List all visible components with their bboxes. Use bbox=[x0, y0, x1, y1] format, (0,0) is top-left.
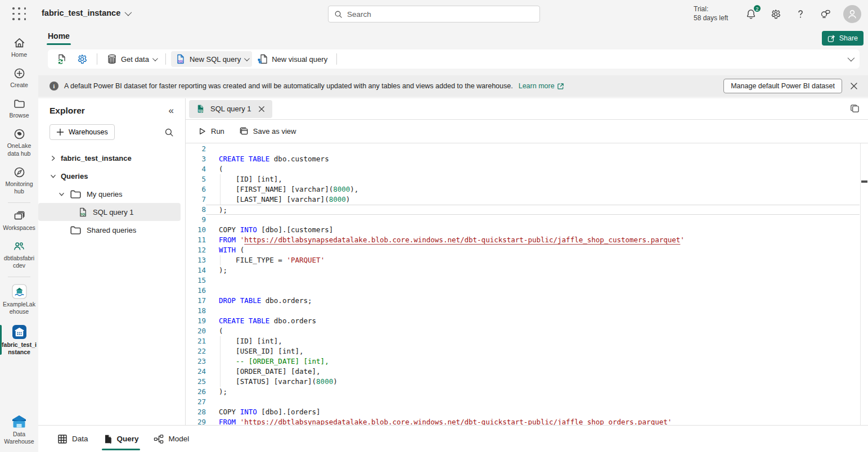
line-content bbox=[206, 144, 860, 154]
editor-overview-ruler[interactable] bbox=[860, 143, 868, 425]
line-number: 18 bbox=[186, 306, 206, 316]
plus-icon bbox=[56, 128, 64, 136]
chevron-down-icon[interactable] bbox=[58, 191, 65, 197]
svg-text:SQL: SQL bbox=[178, 60, 183, 63]
play-icon bbox=[198, 127, 206, 135]
search-placeholder: Search bbox=[347, 10, 371, 19]
line-number: 19 bbox=[186, 316, 206, 326]
learn-more-link[interactable]: Learn more bbox=[519, 82, 564, 90]
view-tab-label: Data bbox=[72, 435, 88, 443]
new-visual-query-button[interactable]: New visual query bbox=[253, 51, 331, 67]
rail-item-item-examplelakehouse[interactable]: ExampleLakehouse bbox=[0, 280, 38, 320]
rail-item-home[interactable]: Home bbox=[0, 33, 38, 63]
explorer-search-icon[interactable] bbox=[164, 128, 174, 137]
manage-dataset-button[interactable]: Manage default Power BI dataset bbox=[723, 79, 842, 93]
collapse-explorer-icon[interactable]: « bbox=[169, 105, 174, 116]
tree-item-queries[interactable]: Queries bbox=[38, 167, 181, 185]
line-content: [STATUS] [varchar](8000) bbox=[206, 377, 860, 387]
code-line-23: 23 -- [ORDER_DATE] [int], bbox=[186, 356, 860, 367]
view-tab-label: Model bbox=[169, 435, 190, 443]
rail-item-workspaces[interactable]: Workspaces bbox=[0, 206, 38, 236]
stack-icon bbox=[13, 210, 26, 223]
run-button[interactable]: Run bbox=[198, 127, 224, 135]
notifications-button[interactable]: 2 bbox=[744, 7, 758, 21]
onelake-icon bbox=[13, 128, 26, 141]
settings-button[interactable] bbox=[769, 7, 782, 21]
line-number: 15 bbox=[186, 275, 206, 286]
save-as-view-button[interactable]: Save as view bbox=[239, 126, 296, 136]
line-number: 25 bbox=[186, 377, 206, 387]
feedback-button[interactable] bbox=[818, 7, 832, 21]
view-tab-query[interactable]: Query bbox=[98, 426, 143, 452]
line-content: [FIRST_NAME] [varchar](8000), bbox=[206, 184, 860, 195]
chevron-down-icon bbox=[125, 8, 132, 16]
line-content bbox=[206, 286, 860, 296]
line-content: ); bbox=[206, 265, 860, 275]
tree-item-shared-queries[interactable]: Shared queries bbox=[38, 221, 181, 239]
svg-text:SQL: SQL bbox=[80, 213, 86, 216]
tree-item-my-queries[interactable]: My queries bbox=[38, 185, 181, 203]
code-line-5: 5 [ID] [int], bbox=[186, 174, 860, 184]
svg-text:SQL: SQL bbox=[199, 110, 204, 112]
line-number: 2 bbox=[186, 144, 206, 154]
chevron-down-icon[interactable] bbox=[50, 173, 56, 179]
new-report-button[interactable] bbox=[52, 51, 71, 67]
search-input[interactable]: Search bbox=[328, 6, 540, 22]
notification-badge: 2 bbox=[753, 4, 762, 13]
line-number: 28 bbox=[186, 407, 206, 417]
account-avatar[interactable] bbox=[843, 5, 861, 23]
line-content: COPY INTO [dbo].[customers] bbox=[206, 225, 860, 235]
close-tab-icon[interactable] bbox=[257, 104, 267, 114]
help-button[interactable] bbox=[794, 7, 807, 21]
line-content bbox=[206, 275, 860, 286]
rail-item-item-fabric-test-instance[interactable]: fabric_test_instance bbox=[0, 320, 38, 360]
collapse-ribbon-icon[interactable] bbox=[848, 55, 855, 62]
sql-file-icon: SQL bbox=[78, 207, 88, 218]
share-button[interactable]: Share bbox=[822, 31, 863, 46]
code-line-25: 25 [STATUS] [varchar](8000) bbox=[186, 377, 860, 387]
code-line-8: 8); bbox=[186, 205, 860, 215]
code-line-19: 19CREATE TABLE dbo.orders bbox=[186, 316, 860, 326]
code-line-13: 13 FILE_TYPE = 'PARQUET' bbox=[186, 255, 860, 265]
tree-item-sql-query-1[interactable]: SQLSQL query 1 bbox=[38, 203, 181, 221]
workspace-switcher[interactable]: fabric_test_instance bbox=[42, 8, 130, 17]
settings-gear-button[interactable] bbox=[73, 51, 92, 67]
code-line-17: 17DROP TABLE dbo.orders; bbox=[186, 296, 860, 306]
banner-close-icon[interactable] bbox=[848, 80, 860, 92]
rail-item-workspace-dbtlabsfabricdev[interactable]: dbtlabsfabricdev bbox=[0, 236, 38, 274]
code-line-12: 12WITH ( bbox=[186, 245, 860, 255]
view-tab-model[interactable]: Model bbox=[149, 426, 194, 452]
new-sql-query-button[interactable]: SQL New SQL query bbox=[171, 51, 252, 67]
line-content: FROM 'https://dbtlabsynapsedatalake.blob… bbox=[206, 417, 860, 425]
line-content: FILE_TYPE = 'PARQUET' bbox=[206, 255, 860, 265]
line-content: ); bbox=[206, 387, 860, 397]
code-line-6: 6 [FIRST_NAME] [varchar](8000), bbox=[186, 184, 860, 195]
get-data-button[interactable]: Get data bbox=[102, 51, 160, 67]
rail-item-browse[interactable]: Browse bbox=[0, 93, 38, 124]
tree-item-label: fabric_test_instance bbox=[61, 154, 132, 162]
tree-item-fabric-test-instance[interactable]: fabric_test_instance bbox=[38, 149, 181, 167]
rail-item-data-warehouse[interactable]: DataWarehouse bbox=[0, 410, 38, 450]
view-tab-data[interactable]: Data bbox=[53, 426, 93, 452]
code-line-14: 14); bbox=[186, 265, 860, 275]
query-view-icon bbox=[103, 434, 113, 444]
scrollbar-thumb[interactable] bbox=[861, 180, 867, 183]
line-number: 7 bbox=[186, 195, 206, 205]
line-content: [ID] [int], bbox=[206, 336, 860, 346]
copy-icon[interactable] bbox=[849, 103, 860, 114]
line-content: [ORDER_DATE] [date], bbox=[206, 367, 860, 377]
rail-item-create[interactable]: Create bbox=[0, 63, 38, 93]
query-tab[interactable]: SQL SQL query 1 bbox=[189, 100, 272, 118]
rail-item-label: Monitoringhub bbox=[5, 180, 33, 195]
toolbar-divider bbox=[336, 53, 337, 65]
chevron-right-icon[interactable] bbox=[50, 155, 56, 161]
add-warehouses-button[interactable]: Warehouses bbox=[50, 124, 115, 140]
left-nav-rail: HomeCreateBrowseOneLakedata hubMonitorin… bbox=[0, 28, 38, 452]
tab-home[interactable]: Home bbox=[48, 31, 70, 45]
code-line-2: 2 bbox=[186, 144, 860, 154]
sql-editor[interactable]: 23CREATE TABLE dbo.customers4(5 [ID] [in… bbox=[186, 143, 868, 425]
app-launcher-icon[interactable] bbox=[12, 7, 27, 21]
rail-item-onelake-data-hub[interactable]: OneLakedata hub bbox=[0, 124, 38, 161]
model-view-icon bbox=[154, 434, 164, 444]
rail-item-monitoring-hub[interactable]: Monitoringhub bbox=[0, 162, 38, 200]
